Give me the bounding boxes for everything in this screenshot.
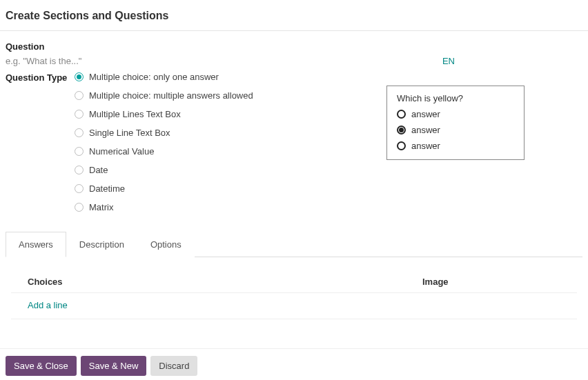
question-type-label: Question Type — [6, 72, 75, 212]
tab-description[interactable]: Description — [66, 232, 137, 257]
radio-label: Multiple choice: multiple answers allowe… — [89, 90, 253, 101]
question-type-options: Multiple choice: only one answer Multipl… — [75, 72, 253, 212]
radio-icon — [75, 72, 84, 81]
radio-icon — [75, 110, 84, 119]
qtype-multiple-choice-many[interactable]: Multiple choice: multiple answers allowe… — [75, 90, 253, 101]
preview-answer-label: answer — [411, 141, 440, 151]
question-row: Question — [6, 41, 582, 52]
radio-icon — [397, 141, 406, 150]
radio-icon — [75, 128, 84, 137]
question-preview: Which is yellow? answer answer answer — [386, 86, 525, 160]
radio-icon — [75, 166, 84, 174]
preview-option: answer — [397, 125, 514, 135]
qtype-numerical[interactable]: Numerical Value — [75, 146, 253, 157]
save-new-button[interactable]: Save & New — [81, 356, 147, 376]
tab-options[interactable]: Options — [137, 232, 195, 257]
qtype-matrix[interactable]: Matrix — [75, 202, 253, 212]
radio-label: Matrix — [89, 202, 113, 212]
radio-icon — [75, 147, 84, 156]
radio-icon — [75, 203, 84, 212]
preview-answer-label: answer — [411, 109, 440, 119]
radio-icon — [75, 184, 84, 193]
qtype-date[interactable]: Date — [75, 165, 253, 175]
language-tag[interactable]: EN — [442, 56, 455, 66]
preview-option: answer — [397, 141, 514, 151]
radio-label: Datetime — [89, 183, 125, 194]
page-title: Create Sections and Questions — [6, 10, 582, 22]
tabs: Answers Description Options — [6, 232, 582, 257]
radio-label: Multiple Lines Text Box — [89, 109, 181, 119]
preview-option: answer — [397, 109, 514, 119]
form-area: Question EN Question Type Multiple choic… — [0, 31, 588, 319]
dialog-header: Create Sections and Questions — [0, 0, 588, 31]
question-input[interactable] — [6, 56, 213, 66]
preview-question-text: Which is yellow? — [397, 93, 514, 103]
radio-label: Multiple choice: only one answer — [89, 72, 219, 82]
footer-actions: Save & Close Save & New Discard — [0, 348, 588, 380]
radio-icon — [75, 91, 84, 100]
qtype-datetime[interactable]: Datetime — [75, 183, 253, 194]
add-line-link[interactable]: Add a line — [11, 293, 577, 317]
radio-icon — [397, 110, 406, 119]
radio-label: Single Line Text Box — [89, 128, 170, 138]
col-header-choices: Choices — [28, 277, 422, 287]
col-header-image: Image — [422, 277, 560, 287]
discard-button[interactable]: Discard — [150, 356, 197, 376]
answers-table: Choices Image Add a line — [6, 257, 582, 319]
radio-label: Date — [89, 165, 108, 175]
radio-label: Numerical Value — [89, 146, 154, 157]
qtype-multiline-text[interactable]: Multiple Lines Text Box — [75, 109, 253, 119]
table-header-row: Choices Image — [11, 271, 577, 293]
question-label: Question — [6, 41, 75, 52]
radio-icon — [397, 126, 406, 134]
qtype-single-line-text[interactable]: Single Line Text Box — [75, 128, 253, 138]
qtype-multiple-choice-one[interactable]: Multiple choice: only one answer — [75, 72, 253, 82]
preview-answer-label: answer — [411, 125, 440, 135]
save-close-button[interactable]: Save & Close — [6, 356, 77, 376]
tab-answers[interactable]: Answers — [6, 232, 66, 257]
